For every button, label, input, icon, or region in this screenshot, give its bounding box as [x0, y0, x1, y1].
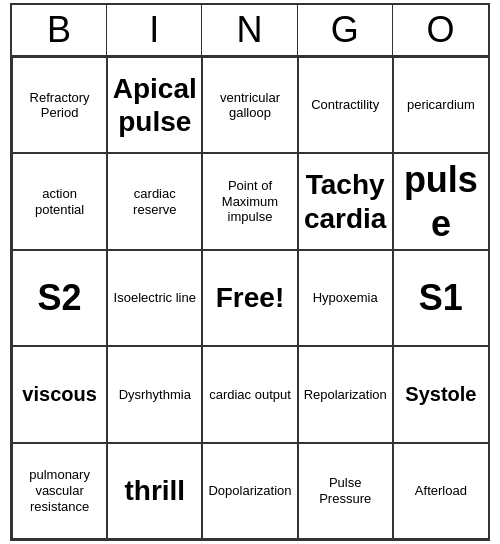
bingo-cell-12[interactable]: Free! — [202, 250, 297, 346]
bingo-grid: Refractory PeriodApical pulseventricular… — [12, 57, 488, 539]
bingo-cell-6[interactable]: cardiac reserve — [107, 153, 202, 249]
header-letter-n: N — [202, 5, 297, 55]
bingo-cell-13[interactable]: Hypoxemia — [298, 250, 393, 346]
bingo-header: BINGO — [12, 5, 488, 57]
bingo-cell-10[interactable]: S2 — [12, 250, 107, 346]
bingo-cell-14[interactable]: S1 — [393, 250, 488, 346]
bingo-cell-3[interactable]: Contractility — [298, 57, 393, 153]
header-letter-o: O — [393, 5, 488, 55]
bingo-cell-5[interactable]: action potential — [12, 153, 107, 249]
bingo-cell-23[interactable]: Pulse Pressure — [298, 443, 393, 539]
bingo-cell-16[interactable]: Dysrhythmia — [107, 346, 202, 442]
bingo-cell-17[interactable]: cardiac output — [202, 346, 297, 442]
bingo-cell-18[interactable]: Repolarization — [298, 346, 393, 442]
bingo-cell-9[interactable]: pulse — [393, 153, 488, 249]
header-letter-g: G — [298, 5, 393, 55]
bingo-cell-0[interactable]: Refractory Period — [12, 57, 107, 153]
bingo-cell-24[interactable]: Afterload — [393, 443, 488, 539]
bingo-cell-8[interactable]: Tachy cardia — [298, 153, 393, 249]
bingo-card: BINGO Refractory PeriodApical pulseventr… — [10, 3, 490, 541]
bingo-cell-21[interactable]: thrill — [107, 443, 202, 539]
bingo-cell-20[interactable]: pulmonary vascular resistance — [12, 443, 107, 539]
bingo-cell-15[interactable]: viscous — [12, 346, 107, 442]
bingo-cell-11[interactable]: Isoelectric line — [107, 250, 202, 346]
header-letter-i: I — [107, 5, 202, 55]
bingo-cell-4[interactable]: pericardium — [393, 57, 488, 153]
bingo-cell-22[interactable]: Dopolarization — [202, 443, 297, 539]
bingo-cell-1[interactable]: Apical pulse — [107, 57, 202, 153]
bingo-cell-2[interactable]: ventricular galloop — [202, 57, 297, 153]
bingo-cell-19[interactable]: Systole — [393, 346, 488, 442]
header-letter-b: B — [12, 5, 107, 55]
bingo-cell-7[interactable]: Point of Maximum impulse — [202, 153, 297, 249]
